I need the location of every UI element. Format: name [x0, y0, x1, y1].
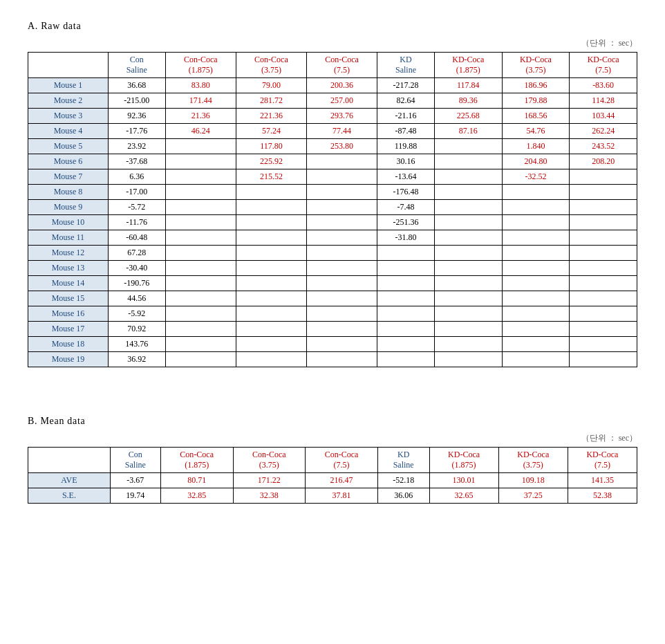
cell: [434, 215, 502, 230]
cell: [306, 185, 377, 200]
cell: [377, 261, 435, 276]
table-row: AVE-3.6780.71171.22216.47-52.18130.01109…: [28, 473, 637, 488]
col-header-kd-coca-1875: KD-Coca(1.875): [434, 53, 502, 78]
col-b-header-kd-coca-375: KD-Coca(3.75): [498, 448, 568, 473]
cell: 208.20: [570, 154, 637, 169]
cell: [306, 215, 377, 230]
cell: [165, 322, 236, 337]
cell: 80.71: [160, 473, 233, 488]
mean-data-table: ConSaline Con-Coca(1.875) Con-Coca(3.75)…: [28, 447, 637, 504]
row-label: Mouse 7: [28, 169, 109, 185]
cell: [236, 185, 306, 200]
cell: [165, 276, 236, 291]
row-label: Mouse 4: [28, 124, 109, 139]
cell: [377, 337, 435, 352]
cell: 23.92: [108, 139, 165, 154]
row-label: Mouse 15: [28, 291, 109, 306]
col-b-header-con-coca-75: Con-Coca(7.5): [306, 448, 378, 473]
cell: 54.76: [502, 124, 570, 139]
cell: [165, 139, 236, 154]
col-header-con-saline: ConSaline: [108, 53, 165, 78]
cell: -60.48: [108, 230, 165, 246]
row-label: Mouse 12: [28, 246, 109, 261]
cell: -30.40: [108, 261, 165, 276]
table-row: Mouse 2-215.00171.44281.72257.0082.6489.…: [28, 93, 637, 109]
row-label: Mouse 18: [28, 337, 109, 352]
cell: 46.24: [165, 124, 236, 139]
cell: [502, 276, 570, 291]
cell: 57.24: [236, 124, 306, 139]
cell: [502, 230, 570, 246]
cell: 225.92: [236, 154, 306, 169]
table-row: Mouse 1544.56: [28, 291, 637, 306]
cell: -217.28: [377, 78, 435, 93]
cell: [165, 154, 236, 169]
cell: 257.00: [306, 93, 377, 109]
cell: 215.52: [236, 169, 306, 185]
cell: -190.76: [108, 276, 165, 291]
cell: 87.16: [434, 124, 502, 139]
cell: [236, 337, 306, 352]
col-b-header-con-saline: ConSaline: [110, 448, 160, 473]
cell: 130.01: [429, 473, 498, 488]
section-a-title: A. Raw data: [28, 21, 637, 32]
cell: [306, 276, 377, 291]
cell: 21.36: [165, 109, 236, 124]
col-header-con-coca-375: Con-Coca(3.75): [236, 53, 306, 78]
cell: [306, 200, 377, 215]
table-row: Mouse 523.92117.80253.80119.881.840243.5…: [28, 139, 637, 154]
cell: -17.00: [108, 185, 165, 200]
cell: 83.80: [165, 78, 236, 93]
cell: 141.35: [568, 473, 637, 488]
cell: [165, 185, 236, 200]
row-label: Mouse 8: [28, 185, 109, 200]
cell: 70.92: [108, 322, 165, 337]
table-row: Mouse 8-17.00-176.48: [28, 185, 637, 200]
cell: [306, 322, 377, 337]
cell: 168.56: [502, 109, 570, 124]
col-header-con-coca-1875: Con-Coca(1.875): [165, 53, 236, 78]
col-b-header-con-coca-375: Con-Coca(3.75): [233, 448, 306, 473]
cell: [306, 169, 377, 185]
cell: [377, 246, 435, 261]
cell: [434, 185, 502, 200]
cell: [306, 291, 377, 306]
cell: -17.76: [108, 124, 165, 139]
cell: [570, 337, 637, 352]
cell: 1.840: [502, 139, 570, 154]
cell: [377, 322, 435, 337]
cell: -251.36: [377, 215, 435, 230]
section-b-title: B. Mean data: [28, 416, 637, 427]
cell: [236, 200, 306, 215]
col-b-header-kd-saline: KDSaline: [377, 448, 429, 473]
row-label: Mouse 9: [28, 200, 109, 215]
cell: [306, 337, 377, 352]
cell: [570, 291, 637, 306]
cell: [306, 261, 377, 276]
cell: -11.76: [108, 215, 165, 230]
cell: 103.44: [570, 109, 637, 124]
cell: 52.38: [568, 488, 637, 504]
row-label: Mouse 10: [28, 215, 109, 230]
cell: [236, 322, 306, 337]
cell: -37.68: [108, 154, 165, 169]
cell: 204.80: [502, 154, 570, 169]
table-row: Mouse 1936.92: [28, 352, 637, 367]
cell: -13.64: [377, 169, 435, 185]
cell: 171.22: [233, 473, 306, 488]
cell: 36.92: [108, 352, 165, 367]
section-b-unit: （단위 ： sec）: [28, 432, 637, 444]
cell: [570, 200, 637, 215]
cell: [570, 352, 637, 367]
cell: 243.52: [570, 139, 637, 154]
cell: 293.76: [306, 109, 377, 124]
cell: -32.52: [502, 169, 570, 185]
col-b-header-kd-coca-1875: KD-Coca(1.875): [429, 448, 498, 473]
cell: [236, 215, 306, 230]
cell: [165, 215, 236, 230]
table-row: Mouse 1267.28: [28, 246, 637, 261]
cell: -176.48: [377, 185, 435, 200]
row-label: Mouse 11: [28, 230, 109, 246]
cell: [434, 291, 502, 306]
cell: [236, 261, 306, 276]
